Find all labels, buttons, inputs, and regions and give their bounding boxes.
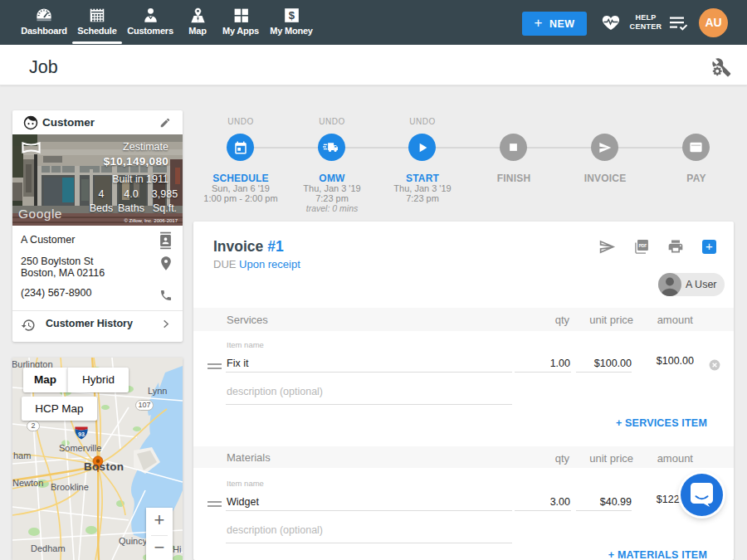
svg-text:$: $ xyxy=(288,9,295,22)
svg-text:PDF: PDF xyxy=(638,243,647,248)
svg-text:93: 93 xyxy=(78,431,85,438)
